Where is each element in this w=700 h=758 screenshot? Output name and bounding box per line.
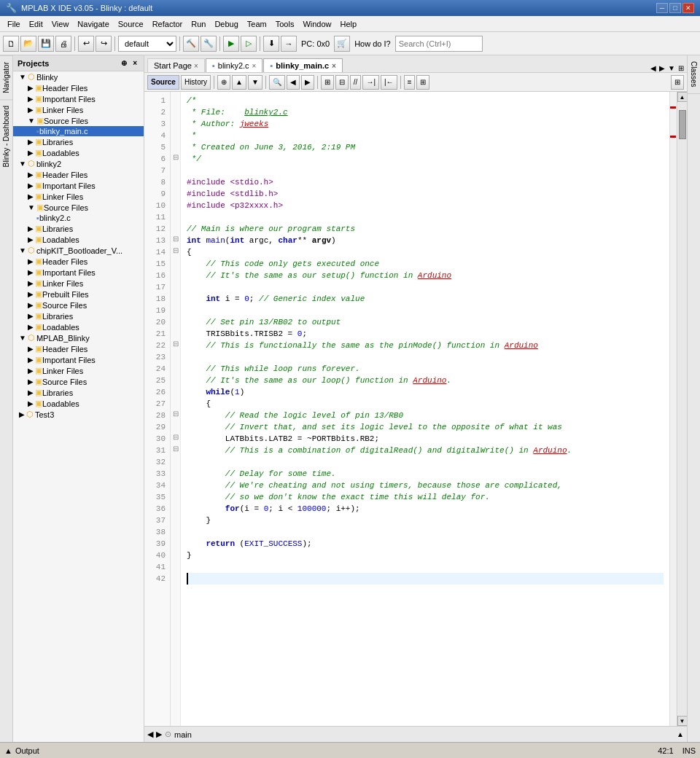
code-line-35[interactable]: // so we don't know the exact time this … [187, 491, 664, 503]
redo-button[interactable]: ↪ [96, 36, 112, 52]
code-line-27[interactable]: { [187, 398, 664, 410]
tree-item-blinky2-c[interactable]: ▪ blinky2.c [13, 213, 144, 223]
clean-build-button[interactable]: 🔧 [201, 36, 217, 52]
bottom-nav-expand[interactable]: ▲ [677, 730, 684, 738]
code-line-22[interactable]: // This is functionally the same as the … [187, 340, 664, 351]
format-button[interactable]: ≡ [404, 75, 416, 90]
tree-item-test3[interactable]: ▶ ⬡ Test3 [13, 409, 144, 420]
menu-item-source[interactable]: Source [114, 18, 148, 30]
code-line-6[interactable]: */ [187, 153, 664, 165]
code-line-25[interactable]: // It's the same as our loop() function … [187, 375, 664, 386]
code-container[interactable]: 1 2 3 4 5 6 7 8 9 10 11 12 13 14 15 16 1… [144, 92, 687, 726]
menu-item-debug[interactable]: Debug [210, 18, 242, 30]
tab-blinky2-c[interactable]: ▪ blinky2.c × [206, 58, 263, 72]
tree-item-blinky2[interactable]: ▼ ⬡ blinky2 [13, 158, 144, 169]
fold-icon-31[interactable]: ⊟ [171, 445, 180, 456]
vertical-scrollbar[interactable]: ▲ ▼ [677, 92, 687, 726]
code-line-18[interactable]: int i = 0; // Generic index value [187, 293, 664, 305]
code-line-28[interactable]: // Read the logic level of pin 13/RB0 [187, 410, 664, 421]
code-line-38[interactable] [187, 526, 664, 538]
tree-item-chipkit-prebuilt[interactable]: ▶ ▣ Prebuilt Files [13, 289, 144, 300]
save-button[interactable]: 💾 [38, 36, 54, 52]
tree-item-chipkit-source[interactable]: ▶ ▣ Source Files [13, 300, 144, 310]
find-prev-button[interactable]: ◀ [287, 75, 300, 90]
code-line-4[interactable]: * [187, 130, 664, 141]
tree-item-chipkit-linker[interactable]: ▶ ▣ Linker Files [13, 278, 144, 289]
tree-item-blinky-main-c[interactable]: ▪ blinky_main.c [13, 126, 144, 136]
tab-list-button[interactable]: ▼ [668, 64, 675, 72]
code-line-2[interactable]: * File: blinky2.c [187, 106, 664, 118]
code-line-11[interactable] [187, 211, 664, 223]
indent-button[interactable]: →| [362, 75, 379, 90]
maximize-editor-button[interactable]: ⊞ [678, 64, 684, 72]
tree-item-blinky-header[interactable]: ▶ ▣ Header Files [13, 82, 144, 93]
code-line-17[interactable] [187, 281, 664, 293]
code-line-1[interactable]: /* [187, 95, 664, 106]
code-line-24[interactable]: // This while loop runs forever. [187, 363, 664, 375]
tab-blinky-main-c[interactable]: ▪ blinky_main.c × [263, 58, 343, 72]
navigator-tab[interactable]: Navigator [0, 55, 12, 99]
dashboard-tab[interactable]: Blinky - Dashboard [0, 99, 12, 173]
projects-close-button[interactable]: × [131, 58, 139, 68]
tree-item-blinky-loadables[interactable]: ▶ ▣ Loadables [13, 147, 144, 158]
fold-icon-30[interactable]: ⊟ [171, 433, 180, 445]
code-line-9[interactable]: #include <stdlib.h> [187, 188, 664, 200]
minimize-button[interactable]: ─ [656, 3, 668, 13]
tree-item-blinky2-loadables[interactable]: ▶ ▣ Loadables [13, 234, 144, 245]
tree-item-blinky-important[interactable]: ▶ ▣ Important Files [13, 93, 144, 104]
classes-tab[interactable]: Classes [688, 55, 700, 94]
new-file-button[interactable]: 🗋 [3, 36, 19, 52]
output-toggle[interactable]: ▲ Output [4, 746, 39, 755]
prev-bookmark-button[interactable]: ▲ [232, 75, 246, 90]
find-button[interactable]: 🔍 [269, 75, 285, 90]
code-line-41[interactable] [187, 561, 664, 573]
menu-item-tools[interactable]: Tools [271, 18, 299, 30]
code-line-34[interactable]: // We're cheating and not using timers, … [187, 480, 664, 491]
code-line-3[interactable]: * Author: jweeks [187, 118, 664, 130]
tree-item-mplab-header[interactable]: ▶ ▣ Header Files [13, 343, 144, 354]
toggle-split-button[interactable]: ⊞ [416, 75, 429, 90]
fold-all-button[interactable]: ⊟ [335, 75, 349, 90]
tree-item-blinky2-libraries[interactable]: ▶ ▣ Libraries [13, 223, 144, 234]
comment-button[interactable]: // [350, 75, 362, 90]
code-line-36[interactable]: for(i = 0; i < 100000; i++); [187, 503, 664, 515]
tree-item-chipkit-loadables[interactable]: ▶ ▣ Loadables [13, 321, 144, 332]
menu-item-navigate[interactable]: Navigate [73, 18, 113, 30]
menu-item-file[interactable]: File [3, 18, 25, 30]
bottom-nav-prev[interactable]: ◀ [147, 730, 153, 739]
tree-item-blinky2-source[interactable]: ▼ ▣ Source Files [13, 202, 144, 213]
program-button[interactable]: ⬇ [263, 36, 279, 52]
undo-button[interactable]: ↩ [78, 36, 94, 52]
code-line-21[interactable]: TRISBbits.TRISB2 = 0; [187, 328, 664, 340]
tree-item-mplab-libraries[interactable]: ▶ ▣ Libraries [13, 387, 144, 398]
prev-tab-button[interactable]: ◀ [650, 64, 656, 72]
menu-item-view[interactable]: View [47, 18, 74, 30]
toggle-bookmarks-button[interactable]: ⊕ [217, 75, 230, 90]
tree-item-blinky2-important[interactable]: ▶ ▣ Important Files [13, 180, 144, 191]
fold-icon-6[interactable]: ⊟ [171, 153, 180, 165]
find-next-button[interactable]: ▶ [301, 75, 314, 90]
build-button[interactable]: 🔨 [183, 36, 199, 52]
code-line-20[interactable]: // Set pin 13/RB02 to output [187, 316, 664, 328]
run-button[interactable]: ▶ [223, 36, 239, 52]
blinky-main-c-tab-close[interactable]: × [332, 62, 336, 70]
menu-item-help[interactable]: Help [336, 18, 362, 30]
scroll-thumb[interactable] [679, 110, 686, 139]
close-button[interactable]: ✕ [682, 3, 694, 13]
tree-item-mplab-linker[interactable]: ▶ ▣ Linker Files [13, 365, 144, 376]
code-line-8[interactable]: #include <stdio.h> [187, 176, 664, 188]
code-line-10[interactable]: #include <p32xxxx.h> [187, 200, 664, 211]
tree-item-blinky-source[interactable]: ▼ ▣ Source Files [13, 115, 144, 126]
code-line-7[interactable] [187, 165, 664, 176]
tree-item-blinky-linker[interactable]: ▶ ▣ Linker Files [13, 104, 144, 115]
menu-item-edit[interactable]: Edit [25, 18, 47, 30]
next-bookmark-button[interactable]: ▼ [248, 75, 262, 90]
tab-start-page[interactable]: Start Page × [147, 58, 205, 72]
tree-item-chipkit[interactable]: ▼ ⬡ chipKIT_Bootloader_V... [13, 245, 144, 256]
code-line-32[interactable] [187, 456, 664, 468]
tree-item-mplab-blinky[interactable]: ▼ ⬡ MPLAB_Blinky [13, 332, 144, 343]
source-view-button[interactable]: Source [147, 75, 179, 90]
maximize-button[interactable]: □ [669, 3, 681, 13]
menu-item-window[interactable]: Window [298, 18, 335, 30]
tree-item-mplab-loadables[interactable]: ▶ ▣ Loadables [13, 398, 144, 409]
